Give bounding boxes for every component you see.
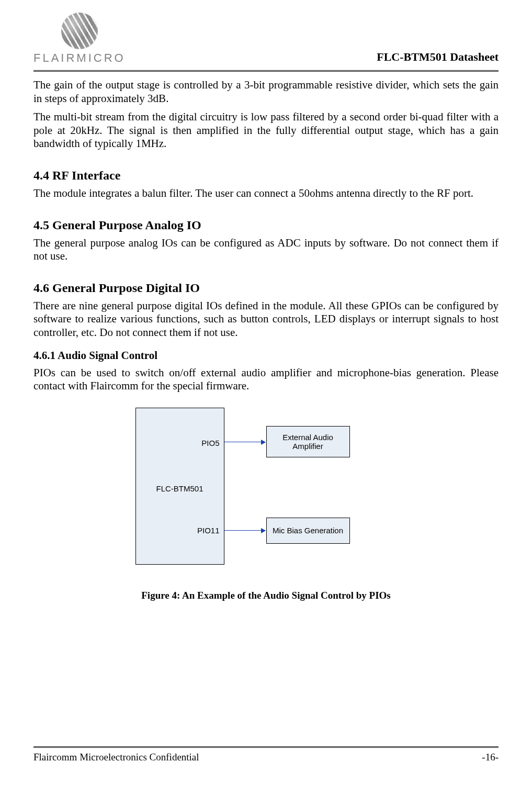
- page-footer: Flaircomm Microelectronics Confidential …: [33, 746, 499, 763]
- intro-paragraph-2: The multi-bit stream from the digital ci…: [33, 110, 499, 151]
- block-main-label: FLC-BTM501: [136, 484, 224, 493]
- figure-4: FLC-BTM501 PIO5 PIO11 External Audio Amp…: [33, 408, 499, 601]
- block-external-audio-amplifier: External Audio Amplifier: [266, 426, 350, 457]
- header-rule: [33, 70, 499, 72]
- logo: FLAIRMICRO: [33, 13, 126, 65]
- diagram: FLC-BTM501 PIO5 PIO11 External Audio Amp…: [135, 408, 397, 575]
- document-title: FLC-BTM501 Datasheet: [377, 50, 499, 65]
- section-4-5-heading: 4.5 General Purpose Analog IO: [33, 218, 499, 232]
- arrow-pio11: [224, 530, 265, 531]
- section-4-5-p1: The general purpose analog IOs can be co…: [33, 237, 499, 263]
- section-4-6-1-p1: PIOs can be used to switch on/off extern…: [33, 366, 499, 393]
- footer-rule: [33, 746, 499, 748]
- footer-confidential: Flaircomm Microelectronics Confidential: [33, 752, 199, 763]
- figure-4-caption: Figure 4: An Example of the Audio Signal…: [141, 590, 390, 601]
- brand-name: FLAIRMICRO: [33, 51, 126, 65]
- section-4-6-p1: There are nine general purpose digital I…: [33, 299, 499, 340]
- footer-page-number: -16-: [482, 752, 499, 763]
- section-4-6-1-heading: 4.6.1 Audio Signal Control: [33, 349, 499, 362]
- intro-paragraph-1: The gain of the output stage is controll…: [33, 78, 499, 105]
- section-4-4-p1: The module integrates a balun filter. Th…: [33, 187, 499, 200]
- block-flc-btm501: FLC-BTM501 PIO5 PIO11: [135, 408, 224, 565]
- pin-pio5-label: PIO5: [201, 439, 219, 447]
- section-4-6-heading: 4.6 General Purpose Digital IO: [33, 281, 499, 295]
- pin-pio11-label: PIO11: [197, 526, 220, 535]
- section-4-4-heading: 4.4 RF Interface: [33, 169, 499, 183]
- block-mic-bias-generation: Mic Bias Generation: [266, 518, 350, 544]
- arrow-pio5: [224, 442, 265, 442]
- logo-icon: [61, 13, 98, 49]
